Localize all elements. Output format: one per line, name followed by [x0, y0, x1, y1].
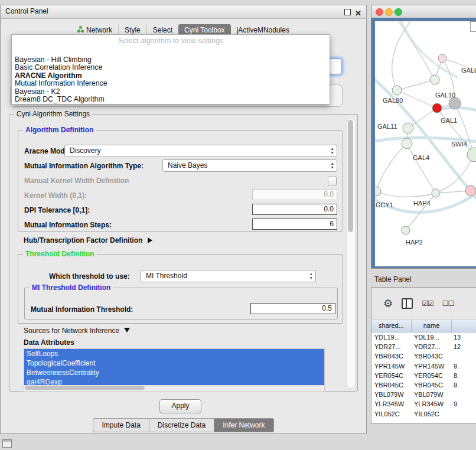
table-row[interactable]: YDL19...YDL19...13	[371, 332, 476, 342]
network-view-window: GAL80GAL80GAL10GAL11GAL1SWI4GAL4GCY1HAP4…	[371, 5, 476, 269]
algorithm-item-bayesian-k2[interactable]: Bayesian - K2	[12, 88, 330, 96]
table-row[interactable]: YIL052CYIL052C	[371, 409, 476, 419]
mi-threshold-group: MI Threshold Definition Mutual Informati…	[24, 288, 338, 319]
network-node[interactable]	[449, 97, 461, 109]
focused-spinner-partial[interactable]	[329, 58, 342, 74]
canvas-corner-box[interactable]	[470, 21, 476, 32]
minimized-window-icon[interactable]	[2, 439, 12, 448]
mi-threshold-group-title: MI Threshold Definition	[30, 283, 113, 292]
tab-impute-data[interactable]: Impute Data	[93, 418, 149, 432]
mi-threshold-field[interactable]: 0.5	[250, 303, 335, 314]
select-all-checks-icon[interactable]: ☑☑	[422, 299, 433, 308]
close-icon[interactable]: ✕	[355, 7, 361, 19]
hub-definition-label: Hub/Transcription Factor Definition	[24, 236, 142, 244]
attribute-item-selfloops[interactable]: SelfLoops	[24, 349, 324, 358]
table-row[interactable]: YBL079WYBL079W	[371, 390, 476, 399]
network-window-titlebar[interactable]	[371, 5, 476, 18]
which-threshold-select[interactable]: MI Threshold ▲▼	[141, 270, 316, 282]
node-label-gal1: GAL1	[441, 117, 457, 124]
table-cell: 9.	[451, 400, 476, 407]
table-row[interactable]: YPR145WYPR145W9.	[371, 361, 476, 371]
dpi-tolerance-field[interactable]: 0.0	[252, 204, 337, 215]
table-panel-title: Table Panel	[374, 275, 412, 283]
network-node[interactable]	[402, 226, 410, 234]
node-label-gal10: GAL10	[435, 92, 455, 99]
table-cell: 9.	[451, 363, 476, 370]
minimize-traffic-icon[interactable]	[385, 8, 393, 16]
apply-button[interactable]: Apply	[159, 399, 201, 413]
network-node[interactable]	[375, 187, 381, 196]
table-cell: YER054C	[411, 372, 451, 379]
attributes-hscrollbar[interactable]	[24, 385, 324, 391]
kernel-width-field[interactable]: 0.0	[252, 189, 337, 200]
table-row[interactable]: YDR27...YDR27...12	[371, 342, 476, 351]
network-node[interactable]	[432, 189, 440, 197]
data-attributes-list[interactable]: SelfLoopsTopologicalCoefficientBetweenne…	[24, 348, 325, 392]
attribute-item-topologicalcoefficient[interactable]: TopologicalCoefficient	[24, 358, 324, 368]
cyni-settings-group-title: Cyni Algorithm Settings	[14, 110, 92, 118]
mi-threshold-label: Mutual Information Threshold:	[31, 305, 133, 314]
kernel-width-label: Kernel Width (0,1):	[24, 191, 87, 200]
network-node[interactable]	[438, 54, 446, 63]
table-row[interactable]: YLR345WYLR345W9.	[371, 399, 476, 409]
scrollbar-thumb[interactable]	[348, 120, 353, 232]
network-node[interactable]	[392, 86, 402, 95]
control-panel-titlebar[interactable]: Control Panel ✕	[1, 5, 366, 19]
mi-steps-field[interactable]: 6	[252, 219, 337, 230]
sources-row[interactable]: Sources for Network Inference	[24, 327, 130, 335]
dropdown-item-list: Bayesian - Hill ClimbingBasic Correlatio…	[12, 56, 330, 103]
tab-label: jActiveMNodules	[237, 26, 289, 34]
table-cell: YPR145W	[411, 363, 451, 370]
scrollbar-thumb[interactable]	[25, 386, 145, 390]
algorithm-item-mutual-information-inference[interactable]: Mutual Information Inference	[12, 80, 330, 87]
deselect-all-checks-icon[interactable]: ☐☐	[442, 299, 454, 308]
threshold-definition-title: Threshold Definition	[23, 250, 97, 258]
collapse-down-icon[interactable]	[124, 328, 130, 332]
algorithm-item-basic-correlation-inference[interactable]: Basic Correlation Inference	[12, 64, 330, 71]
table-cell: YIL052C	[411, 410, 451, 418]
mi-type-select[interactable]: Naive Bayes ▲▼	[162, 159, 337, 172]
tab-label: Style	[125, 26, 141, 34]
node-label-gal80: GAL80	[461, 67, 476, 74]
network-node[interactable]	[465, 185, 476, 196]
table-row[interactable]: YBR043CYBR043C	[371, 351, 476, 361]
table-cell: YDL19...	[411, 334, 451, 341]
attribute-item-betweennesscentrality[interactable]: BetweennessCentrality	[24, 368, 324, 377]
data-attributes-label: Data Attributes	[24, 338, 74, 347]
combo-arrows-icon: ▲▼	[331, 147, 334, 155]
cyni-settings-group: Cyni Algorithm Settings Algorithm Defini…	[9, 114, 358, 392]
manual-kernel-label: Manual Kernel Width Definition	[24, 177, 129, 185]
table-header-row: shared...name	[371, 319, 476, 332]
hub-definition-row[interactable]: Hub/Transcription Factor Definition	[24, 236, 152, 244]
algorithm-item-aracne-algorithm[interactable]: ARACNE Algorithm	[12, 72, 330, 80]
gear-icon[interactable]: ⚙	[383, 297, 393, 310]
aracne-mode-select[interactable]: Discovery ▲▼	[64, 145, 337, 157]
algorithm-item-bayesian-hill-climbing[interactable]: Bayesian - Hill Climbing	[12, 56, 330, 64]
network-node[interactable]	[402, 138, 412, 149]
float-window-icon[interactable]	[344, 9, 351, 15]
table-row[interactable]: YER054CYER054C8.	[371, 371, 476, 380]
table-cell: YIL052C	[371, 410, 411, 418]
settings-scrollbar[interactable]	[347, 118, 356, 389]
network-node[interactable]	[467, 148, 476, 162]
table-cell: YBR045C	[371, 381, 411, 389]
tab-infer-network[interactable]: Infer Network	[214, 418, 273, 432]
column-header-name[interactable]: name	[412, 319, 452, 332]
manual-kernel-checkbox[interactable]	[328, 177, 337, 185]
tab-label: Network	[86, 26, 112, 34]
network-node[interactable]	[432, 103, 442, 113]
network-node[interactable]	[403, 123, 413, 133]
column-header-extra[interactable]	[452, 319, 476, 332]
table-row[interactable]: YBR045CYBR045C9.	[371, 380, 476, 390]
tab-discretize-data[interactable]: Discretize Data	[149, 418, 214, 432]
close-traffic-icon[interactable]	[376, 8, 383, 16]
network-node[interactable]	[430, 75, 439, 84]
table-cell: YBR043C	[411, 353, 451, 360]
column-header-shared[interactable]: shared...	[371, 319, 412, 332]
algorithm-item-dream8-dc-tdc-algorithm[interactable]: Dream8 DC_TDC Algorithm	[12, 96, 330, 103]
table-toolbar: ⚙ ☑☑ ☐☐	[371, 288, 476, 319]
zoom-traffic-icon[interactable]	[395, 8, 402, 16]
expand-right-icon[interactable]	[148, 237, 152, 243]
network-canvas[interactable]: GAL80GAL80GAL10GAL11GAL1SWI4GAL4GCY1HAP4…	[375, 21, 476, 266]
columns-icon[interactable]	[402, 298, 413, 309]
